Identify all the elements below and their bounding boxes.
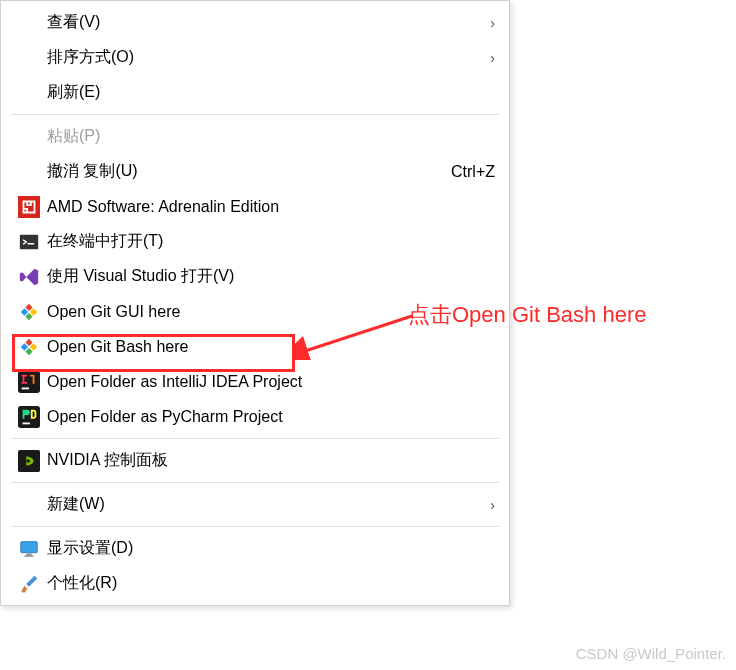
svg-rect-5 <box>23 422 30 424</box>
menu-label: 撤消 复制(U) <box>47 161 441 182</box>
menu-item-visual-studio[interactable]: 使用 Visual Studio 打开(V) <box>1 259 509 294</box>
menu-item-intellij[interactable]: Open Folder as IntelliJ IDEA Project <box>1 364 509 399</box>
menu-label: 在终端中打开(T) <box>47 231 495 252</box>
menu-label: Open Git Bash here <box>47 338 495 356</box>
svg-rect-1 <box>20 234 38 249</box>
menu-label: Open Folder as IntelliJ IDEA Project <box>47 373 495 391</box>
separator <box>11 114 499 115</box>
menu-item-display-settings[interactable]: 显示设置(D) <box>1 531 509 566</box>
chevron-right-icon: › <box>490 15 495 31</box>
menu-item-amd[interactable]: AMD Software: Adrenalin Edition <box>1 189 509 224</box>
menu-item-pycharm[interactable]: Open Folder as PyCharm Project <box>1 399 509 434</box>
menu-item-terminal[interactable]: 在终端中打开(T) <box>1 224 509 259</box>
svg-rect-4 <box>18 406 40 428</box>
menu-item-nvidia[interactable]: NVIDIA 控制面板 <box>1 443 509 478</box>
menu-item-new[interactable]: 新建(W) › <box>1 487 509 522</box>
separator <box>11 526 499 527</box>
menu-item-personalize[interactable]: 个性化(R) <box>1 566 509 601</box>
svg-rect-3 <box>22 387 29 389</box>
menu-label: 个性化(R) <box>47 573 495 594</box>
menu-item-refresh[interactable]: 刷新(E) <box>1 75 509 110</box>
menu-label: AMD Software: Adrenalin Edition <box>47 198 495 216</box>
menu-label: 使用 Visual Studio 打开(V) <box>47 266 495 287</box>
menu-item-undo-copy[interactable]: 撤消 复制(U) Ctrl+Z <box>1 154 509 189</box>
chevron-right-icon: › <box>490 50 495 66</box>
svg-rect-2 <box>18 371 40 393</box>
shortcut-text: Ctrl+Z <box>451 163 495 181</box>
menu-item-view[interactable]: 查看(V) › <box>1 5 509 40</box>
pycharm-icon <box>11 406 47 428</box>
svg-rect-11 <box>24 555 33 556</box>
separator <box>11 482 499 483</box>
svg-rect-10 <box>26 553 32 555</box>
svg-point-7 <box>26 459 30 463</box>
svg-rect-0 <box>18 196 40 218</box>
watermark: CSDN @Wild_Pointer. <box>576 645 726 662</box>
menu-item-git-bash[interactable]: Open Git Bash here <box>1 329 509 364</box>
menu-label: 新建(W) <box>47 494 480 515</box>
visual-studio-icon <box>11 266 47 288</box>
terminal-icon <box>11 231 47 253</box>
annotation-text: 点击Open Git Bash here <box>408 300 646 330</box>
amd-icon <box>11 196 47 218</box>
menu-item-sort[interactable]: 排序方式(O) › <box>1 40 509 75</box>
git-icon <box>11 336 47 358</box>
menu-label: 显示设置(D) <box>47 538 495 559</box>
chevron-right-icon: › <box>490 497 495 513</box>
intellij-icon <box>11 371 47 393</box>
menu-label: Open Folder as PyCharm Project <box>47 408 495 426</box>
paintbrush-icon <box>11 573 47 595</box>
nvidia-icon <box>11 450 47 472</box>
git-icon <box>11 301 47 323</box>
separator <box>11 438 499 439</box>
svg-rect-8 <box>21 541 38 552</box>
menu-label: 排序方式(O) <box>47 47 480 68</box>
monitor-icon <box>11 538 47 560</box>
menu-label: NVIDIA 控制面板 <box>47 450 495 471</box>
menu-label: 粘贴(P) <box>47 126 495 147</box>
menu-label: 刷新(E) <box>47 82 495 103</box>
menu-label: 查看(V) <box>47 12 480 33</box>
menu-item-paste: 粘贴(P) <box>1 119 509 154</box>
